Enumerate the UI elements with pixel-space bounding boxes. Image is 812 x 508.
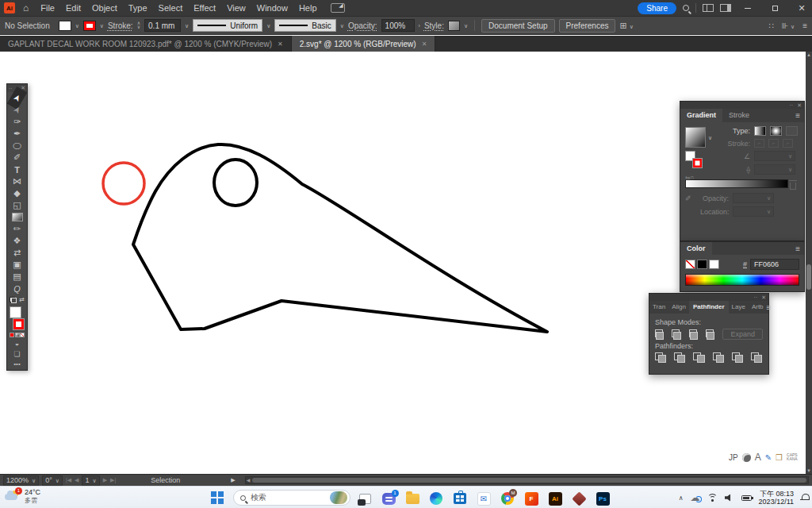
- horizontal-scroll-thumb[interactable]: [252, 478, 806, 483]
- scroll-down-icon[interactable]: ▼: [806, 468, 812, 473]
- gradient-mode-button[interactable]: [15, 333, 20, 337]
- gradient-stroke-box[interactable]: [692, 158, 703, 168]
- panel-drag-dots[interactable]: ··: [789, 102, 793, 108]
- preferences-button[interactable]: Preferences: [559, 19, 616, 33]
- battery-icon[interactable]: [741, 495, 752, 501]
- ime-mode-icon[interactable]: [742, 453, 751, 462]
- color-mode-button[interactable]: [10, 333, 14, 337]
- black-swatch[interactable]: [697, 260, 707, 269]
- shape-builder-tool[interactable]: ◱: [7, 199, 27, 211]
- tab-2svg[interactable]: 2.svg* @ 1200 % (RGB/Preview) ✕: [292, 36, 436, 52]
- artboard-tool[interactable]: ▣: [7, 259, 27, 271]
- style-link[interactable]: Style:: [424, 21, 444, 30]
- stroke-dropdown-icon[interactable]: ∨: [100, 23, 104, 29]
- tab-gradient[interactable]: Gradient: [680, 109, 722, 122]
- zoom-tool[interactable]: Q: [7, 283, 27, 294]
- drawing-modes-button[interactable]: ◒: [7, 338, 27, 348]
- none-swatch[interactable]: [685, 260, 695, 269]
- paintbrush-tool[interactable]: ✐: [7, 152, 27, 164]
- toolbox-drag-dots[interactable]: ··: [9, 86, 13, 91]
- gradient-preview-swatch[interactable]: [685, 127, 706, 148]
- zoom-level-select[interactable]: 1200%∨: [3, 475, 39, 486]
- edit-toolbar-button[interactable]: •••: [7, 359, 27, 370]
- stroke-along-button[interactable]: ⌐: [768, 139, 779, 148]
- onedrive-icon[interactable]: ☁: [691, 492, 700, 503]
- home-icon[interactable]: ⌂: [23, 2, 29, 13]
- freeform-gradient-button[interactable]: [786, 126, 798, 136]
- taskbar-search[interactable]: 検索: [233, 490, 350, 506]
- stroke-panel-link[interactable]: Stroke:: [108, 21, 133, 30]
- angle-select[interactable]: ∨: [754, 151, 795, 161]
- tab-artboards[interactable]: Artb: [749, 301, 767, 314]
- ellipse-tool[interactable]: ◯: [7, 141, 27, 151]
- none-mode-button[interactable]: [20, 333, 25, 337]
- stroke-within-button[interactable]: ⌐: [754, 139, 764, 148]
- gradient-tool[interactable]: [7, 211, 27, 223]
- style-dropdown-icon[interactable]: ∨: [464, 23, 468, 29]
- gradient-panel-close-icon[interactable]: ✕: [797, 102, 802, 109]
- eye-circle-path[interactable]: [214, 160, 257, 206]
- touch-workspace-icon[interactable]: ∷: [768, 21, 773, 30]
- gradient-slider[interactable]: [685, 179, 788, 188]
- stroke-indicator[interactable]: [13, 318, 25, 330]
- tab-layers[interactable]: Laye: [729, 301, 749, 314]
- menu-effect[interactable]: Effect: [188, 0, 221, 16]
- tab-gaplant-decal[interactable]: GAPLANT DECAL WORK ROOM 120923.pdf* @ 12…: [0, 36, 292, 52]
- menu-object[interactable]: Object: [86, 0, 123, 16]
- brush-dropdown-icon[interactable]: ∨: [340, 23, 344, 29]
- menu-edit[interactable]: Edit: [60, 0, 86, 16]
- opacity-expand-icon[interactable]: ›: [419, 23, 420, 29]
- next-artboard-icon[interactable]: ▶: [103, 477, 107, 483]
- unite-button[interactable]: [655, 329, 665, 340]
- chat-button[interactable]: 1: [379, 490, 398, 507]
- stroke-weight-value[interactable]: 0.1 mm: [144, 19, 181, 32]
- chrome-button[interactable]: M: [498, 490, 517, 507]
- linear-gradient-button[interactable]: [754, 126, 766, 136]
- intersect-button[interactable]: [689, 329, 699, 340]
- microsoft-store-button[interactable]: [450, 490, 469, 507]
- gradient-opacity-select[interactable]: ∨: [733, 193, 774, 203]
- task-view-button[interactable]: [355, 490, 374, 507]
- close-button[interactable]: ✕: [791, 0, 812, 16]
- tab-close-icon[interactable]: ✕: [422, 40, 427, 48]
- panel-menu-icon[interactable]: ≡: [802, 21, 807, 30]
- prev-artboard-icon[interactable]: ◀: [75, 477, 79, 483]
- weather-widget[interactable]: 1 24°C 多雲: [5, 488, 40, 505]
- vertical-scrollbar[interactable]: ▲ ▼: [806, 52, 812, 474]
- notification-bell-icon[interactable]: [801, 494, 809, 502]
- tray-clock[interactable]: 下午 08:13 2023/12/11: [759, 490, 794, 506]
- fill-dropdown-icon[interactable]: ∨: [75, 23, 79, 29]
- menu-help[interactable]: Help: [293, 0, 323, 16]
- file-explorer-button[interactable]: [403, 490, 422, 507]
- style-swatch[interactable]: [448, 21, 460, 31]
- horizontal-scrollbar[interactable]: ◀: [245, 476, 809, 484]
- workspace-switcher-icon[interactable]: ⊪ ∨: [782, 21, 795, 30]
- radial-gradient-button[interactable]: [770, 126, 782, 136]
- type-tool[interactable]: T: [7, 164, 27, 175]
- trim-button[interactable]: [674, 352, 686, 363]
- workspace-grid-icon[interactable]: [703, 4, 714, 12]
- last-artboard-icon[interactable]: ▶|: [110, 477, 116, 483]
- screen-mode-button[interactable]: ❏: [7, 348, 27, 359]
- opacity-link[interactable]: Opacity:: [348, 21, 377, 30]
- fresco-button[interactable]: F: [522, 490, 541, 507]
- delete-stop-icon[interactable]: [790, 183, 796, 190]
- menu-select[interactable]: Select: [153, 0, 189, 16]
- mail-button[interactable]: ✉: [474, 490, 493, 507]
- color-spectrum-bar[interactable]: [685, 274, 799, 286]
- ime-dictionary-icon[interactable]: ❒: [776, 453, 783, 462]
- ime-alphanumeric-label[interactable]: A: [755, 452, 761, 463]
- wifi-icon[interactable]: [707, 494, 718, 502]
- location-select[interactable]: ∨: [733, 206, 774, 217]
- opacity-value[interactable]: 100%: [381, 19, 415, 32]
- minimize-button[interactable]: [737, 0, 758, 16]
- red-circle-path[interactable]: [103, 163, 144, 204]
- gradient-preview-dropdown-icon[interactable]: ∨: [708, 135, 712, 140]
- minus-front-button[interactable]: [672, 329, 681, 340]
- symbol-sprayer-tool[interactable]: ❖: [7, 235, 27, 247]
- eraser-tool[interactable]: ◆: [7, 187, 27, 199]
- artboard-canvas[interactable]: ·· ✕ ➤ ➤ ✑ ✒ ◯ ✐ T ⋈ ◆ ◱ ✏ ❖ ⇄ ▣ ▤ Q ⇄: [0, 52, 812, 474]
- aspect-ratio-select[interactable]: ∨: [754, 164, 795, 175]
- menu-type[interactable]: Type: [123, 0, 153, 16]
- tab-color[interactable]: Color: [680, 242, 712, 255]
